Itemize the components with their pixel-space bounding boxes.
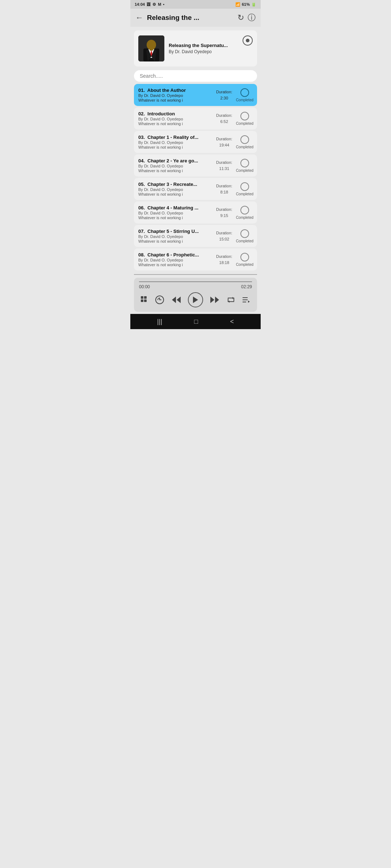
rewind-icon: [171, 296, 181, 304]
progress-bar[interactable]: [139, 281, 252, 282]
track-info: 01. About the Author By Dr. David O. Oye…: [138, 88, 213, 102]
track-title: 06. Chapter 4 - Maturing ...: [138, 205, 213, 210]
track-title: 02. Introduction: [138, 111, 213, 116]
track-author: By Dr. David O. Oyedepo: [138, 117, 213, 121]
track-author: By Dr. David O. Oyedepo: [138, 211, 213, 215]
track-subtitle: Whatever is not working i: [138, 145, 213, 149]
current-time: 00:00: [139, 284, 150, 289]
track-info: 06. Chapter 4 - Maturing ... By Dr. Davi…: [138, 205, 213, 220]
duration-value: 9:15: [220, 213, 228, 218]
track-item[interactable]: 03. Chapter 1 - Reality of... By Dr. Dav…: [134, 131, 257, 153]
completed-circle: [240, 253, 249, 261]
book-header: Releasing the Supernatu... By Dr. David …: [134, 30, 257, 67]
completed-label: Completed: [236, 122, 253, 125]
track-author: By Dr. David O. Oyedepo: [138, 93, 213, 98]
wifi-icon: 📶: [235, 2, 240, 7]
search-input[interactable]: [134, 70, 257, 82]
replay-button[interactable]: [155, 295, 164, 305]
completed-circle: [240, 159, 249, 167]
track-item[interactable]: 04. Chapter 2 - Ye are go... By Dr. Davi…: [134, 154, 257, 176]
svg-marker-15: [193, 297, 198, 303]
track-author: By Dr. David O. Oyedepo: [138, 258, 213, 262]
mail-icon: M: [158, 2, 161, 7]
repeat-button[interactable]: [227, 296, 235, 304]
svg-rect-9: [144, 296, 147, 299]
refresh-button[interactable]: ↻: [237, 13, 244, 22]
book-info: Releasing the Supernatu... By Dr. David …: [169, 43, 253, 55]
play-icon: [192, 296, 199, 303]
duration-label: Duration:: [216, 137, 232, 141]
book-title: Releasing the Supernatu...: [169, 43, 253, 49]
track-subtitle: Whatever is not working i: [138, 263, 213, 267]
back-button[interactable]: ←: [135, 13, 143, 22]
info-button[interactable]: ⓘ: [248, 12, 256, 23]
track-completed: Completed: [236, 159, 253, 173]
track-completed: Completed: [236, 182, 253, 196]
duration-label: Duration:: [216, 90, 232, 94]
track-author: By Dr. David O. Oyedepo: [138, 164, 213, 168]
track-subtitle: Whatever is not working i: [138, 216, 213, 220]
track-duration: Duration: 15:02: [216, 230, 232, 242]
track-item[interactable]: 05. Chapter 3 - Recreate... By Dr. David…: [134, 178, 257, 200]
track-title: 03. Chapter 1 - Reality of...: [138, 135, 213, 140]
replay-icon: [155, 295, 164, 305]
completed-circle: [240, 112, 249, 120]
duration-label: Duration:: [216, 160, 232, 165]
track-author: By Dr. David O. Oyedepo: [138, 234, 213, 239]
track-info: 02. Introduction By Dr. David O. Oyedepo…: [138, 111, 213, 126]
track-item[interactable]: 06. Chapter 4 - Maturing ... By Dr. Davi…: [134, 201, 257, 224]
completed-circle: [240, 135, 249, 144]
status-bar: 14:04 🖼 ⚙ M • 📶 61% 🔋: [130, 0, 261, 9]
track-item[interactable]: 08. Chapter 6 - Prophetic... By Dr. Davi…: [134, 248, 257, 271]
track-info: 03. Chapter 1 - Reality of... By Dr. Dav…: [138, 135, 213, 149]
completed-label: Completed: [236, 169, 253, 173]
player-container: 00:00 02:29: [134, 278, 257, 312]
track-item[interactable]: 01. About the Author By Dr. David O. Oye…: [134, 84, 257, 106]
nav-menu-icon[interactable]: |||: [157, 318, 162, 326]
play-button[interactable]: [188, 292, 203, 307]
rewind-button[interactable]: [171, 296, 181, 304]
svg-marker-16: [210, 297, 214, 303]
duration-value: 6:52: [220, 119, 228, 124]
fastforward-button[interactable]: [210, 296, 220, 304]
search-container: [134, 70, 257, 82]
track-item[interactable]: 07. Chapter 5 - Stirring U... By Dr. Dav…: [134, 225, 257, 247]
track-item[interactable]: 02. Introduction By Dr. David O. Oyedepo…: [134, 107, 257, 129]
now-playing-indicator: [243, 35, 253, 46]
bottom-nav: ||| □ <: [130, 314, 261, 329]
chapters-button[interactable]: [140, 296, 148, 304]
track-subtitle: Whatever is not working i: [138, 192, 213, 196]
completed-label: Completed: [236, 145, 253, 149]
track-completed: Completed: [236, 253, 253, 267]
svg-point-5: [147, 40, 156, 50]
svg-marker-14: [177, 297, 181, 303]
playlist-button[interactable]: [242, 296, 251, 304]
svg-marker-17: [215, 297, 219, 303]
track-duration: Duration: 6:52: [216, 112, 232, 124]
book-cover: [138, 35, 164, 61]
svg-marker-13: [172, 297, 176, 303]
completed-label: Completed: [236, 239, 253, 243]
gallery-icon: 🖼: [147, 2, 151, 7]
track-info: 08. Chapter 6 - Prophetic... By Dr. Davi…: [138, 252, 213, 267]
top-bar: ← Releasing the ... ↻ ⓘ: [130, 9, 261, 27]
book-author: By Dr. David Oyedepo: [169, 49, 253, 54]
duration-label: Duration:: [216, 207, 232, 212]
duration-value: 15:02: [219, 237, 230, 241]
duration-label: Duration:: [216, 113, 232, 118]
track-list: 01. About the Author By Dr. David O. Oye…: [134, 84, 257, 272]
track-duration: Duration: 8:18: [216, 183, 232, 195]
track-completed: Completed: [236, 135, 253, 149]
completed-label: Completed: [236, 192, 253, 196]
duration-label: Duration:: [216, 184, 232, 188]
nav-back-icon[interactable]: <: [230, 318, 234, 326]
duration-label: Duration:: [216, 254, 232, 259]
track-duration: Duration: 2:30: [216, 89, 232, 101]
completed-circle: [240, 88, 249, 97]
svg-rect-10: [141, 299, 143, 302]
duration-value: 11:31: [219, 166, 230, 171]
nav-home-icon[interactable]: □: [194, 318, 198, 326]
duration-value: 18:18: [219, 260, 230, 265]
completed-label: Completed: [236, 263, 253, 267]
battery-icon: 🔋: [251, 2, 256, 7]
